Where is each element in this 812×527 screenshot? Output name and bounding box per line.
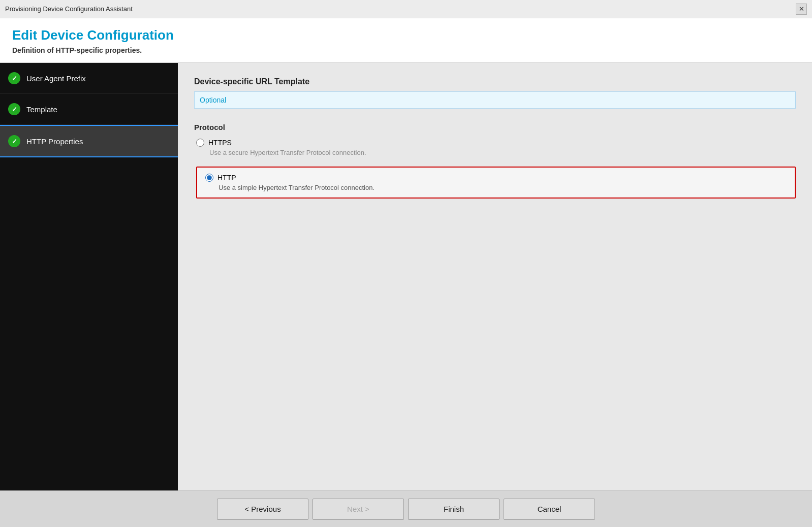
cancel-button[interactable]: Cancel [504, 499, 595, 520]
sidebar: User Agent Prefix Template HTTP Properti… [0, 63, 178, 490]
sidebar-item-template[interactable]: Template [0, 94, 178, 125]
http-radio-row: HTTP [205, 174, 787, 182]
protocol-label: Protocol [194, 123, 796, 131]
main-layout: User Agent Prefix Template HTTP Properti… [0, 63, 812, 490]
window-title: Provisioning Device Configuration Assist… [5, 5, 133, 13]
http-description: Use a simple Hypertext Transfer Protocol… [218, 184, 787, 191]
header-section: Edit Device Configuration Definition of … [0, 18, 812, 63]
https-description: Use a secure Hypertext Transfer Protocol… [209, 149, 796, 156]
https-label[interactable]: HTTPS [208, 139, 232, 147]
http-label[interactable]: HTTP [217, 174, 236, 182]
finish-button[interactable]: Finish [408, 499, 499, 520]
page-subtitle: Definition of HTTP-specific properties. [12, 46, 800, 54]
protocol-section: Protocol HTTPS Use a secure Hypertext Tr… [194, 123, 796, 199]
sidebar-label-template: Template [26, 105, 57, 114]
https-option: HTTPS Use a secure Hypertext Transfer Pr… [194, 139, 796, 156]
url-template-section-title: Device-specific URL Template [194, 77, 796, 86]
check-icon-user-agent [8, 72, 20, 84]
previous-button[interactable]: < Previous [217, 499, 308, 520]
check-icon-template [8, 103, 20, 115]
next-button[interactable]: Next > [313, 499, 404, 520]
url-template-input[interactable] [194, 91, 796, 109]
https-radio[interactable] [196, 139, 204, 147]
footer: < Previous Next > Finish Cancel [0, 490, 812, 527]
title-bar: Provisioning Device Configuration Assist… [0, 0, 812, 18]
check-icon-http-properties [8, 135, 20, 147]
sidebar-item-http-properties[interactable]: HTTP Properties [0, 125, 178, 157]
http-option-box: HTTP Use a simple Hypertext Transfer Pro… [196, 167, 796, 199]
http-radio[interactable] [205, 174, 213, 182]
page-title: Edit Device Configuration [12, 27, 800, 43]
sidebar-item-user-agent-prefix[interactable]: User Agent Prefix [0, 63, 178, 94]
sidebar-label-user-agent-prefix: User Agent Prefix [26, 74, 86, 83]
https-radio-row: HTTPS [196, 139, 796, 147]
http-option: HTTP Use a simple Hypertext Transfer Pro… [194, 164, 796, 199]
sidebar-label-http-properties: HTTP Properties [26, 137, 83, 146]
close-button[interactable]: ✕ [796, 4, 807, 15]
content-area: Device-specific URL Template Protocol HT… [178, 63, 812, 490]
